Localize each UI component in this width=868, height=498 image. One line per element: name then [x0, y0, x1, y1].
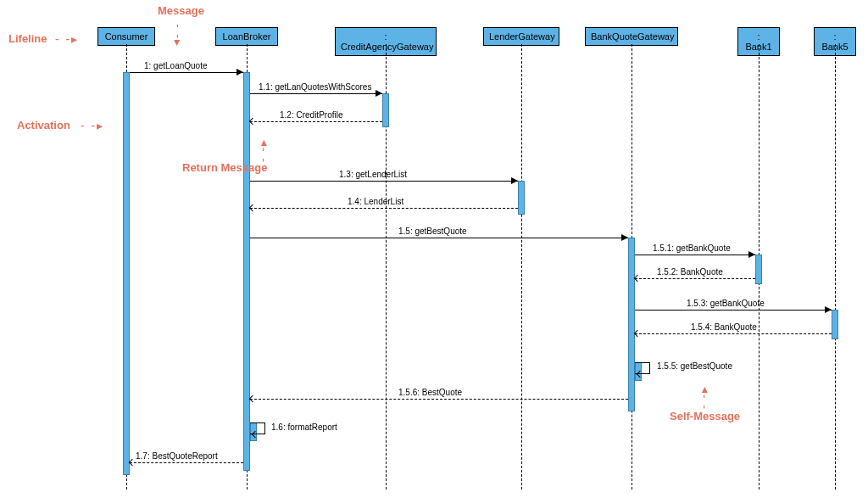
arrow-icon [621, 234, 628, 241]
message-1-4-label: 1.4: LenderList [348, 197, 403, 206]
message-1-line [130, 72, 243, 73]
arrow-icon [249, 395, 256, 402]
message-1-5-line [250, 238, 628, 238]
message-1-2-label: 1.2: CreditProfile [280, 110, 342, 120]
lifeline-bank5 [835, 44, 836, 490]
arrow-icon [129, 459, 136, 466]
activation-bank1 [755, 255, 762, 284]
activation-consumer [123, 72, 130, 475]
message-1-7-label: 1.7: BestQuoteReport [136, 451, 218, 461]
message-1-2-line [250, 121, 382, 122]
annotation-return-message: Return Message [182, 161, 267, 174]
message-1-5-label: 1.5: getBestQuote [398, 227, 467, 236]
arrow-icon [634, 330, 641, 337]
arrow-icon [236, 69, 243, 76]
participant-bankquotegateway: BankQuoteGateway [585, 27, 678, 46]
message-1-5-2-line [635, 278, 755, 279]
annotation-arrow-icon: - -▸ [55, 32, 79, 46]
message-1-5-4-line [635, 333, 832, 334]
message-1-3-label: 1.3: getLenderList [339, 170, 407, 179]
participant-lendergateway: LenderGateway [483, 27, 559, 46]
activation-creditagency [382, 93, 389, 127]
arrow-icon [249, 204, 256, 211]
message-1-5-4-label: 1.5.4: BankQuote [691, 322, 757, 332]
arrow-icon [511, 177, 518, 184]
message-1-3-line [250, 181, 518, 182]
message-1-1-line [250, 93, 382, 94]
activation-loanbroker [243, 72, 250, 471]
message-1-5-3-label: 1.5.3: getBankQuote [687, 299, 765, 308]
annotation-arrow-icon: - -▸ [171, 24, 185, 48]
arrow-icon [748, 251, 755, 258]
annotation-message: Message [158, 4, 204, 17]
message-1-5-1-label: 1.5.1: getBankQuote [653, 243, 731, 253]
annotation-activation: Activation [17, 119, 70, 131]
message-1-7-line [130, 462, 243, 463]
arrow-icon [634, 275, 641, 282]
message-1-label: 1: getLoanQuote [144, 61, 208, 70]
annotation-arrow-icon: - -▸ [256, 138, 270, 162]
message-1-4-line [250, 208, 518, 209]
message-1-1-label: 1.1: getLanQuotesWithScores [259, 82, 371, 92]
annotation-arrow-icon: - -▸ [81, 119, 104, 132]
message-1-5-3-line [635, 310, 832, 311]
annotation-self-message: Self-Message [670, 410, 740, 422]
lifeline-lendergateway [521, 44, 522, 490]
activation-lendergateway [518, 181, 525, 215]
arrow-icon [249, 118, 256, 125]
arrow-icon [376, 90, 382, 97]
message-1-5-1-line [635, 255, 755, 255]
activation-bankquotegateway [628, 238, 635, 411]
message-1-5-2-label: 1.5.2: BankQuote [657, 267, 723, 277]
arrow-icon [825, 306, 832, 313]
participant-loanbroker: LoanBroker [215, 27, 278, 46]
activation-bank5 [832, 310, 838, 339]
message-1-6-label: 1.6: formatReport [271, 422, 337, 432]
annotation-arrow-icon: - -▸ [697, 385, 710, 409]
participant-consumer: Consumer [97, 27, 155, 46]
message-1-5-6-label: 1.5.6: BestQuote [398, 388, 462, 397]
annotation-lifeline: Lifeline [8, 32, 47, 45]
message-1-5-5-label: 1.5.5: getBestQuote [657, 361, 732, 371]
message-1-5-6-line [250, 399, 628, 400]
